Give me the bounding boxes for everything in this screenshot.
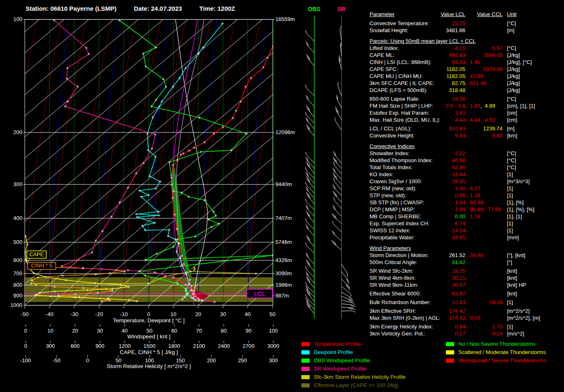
profile-legend-item: Sfc-3km Storm Relative Helicity Profile (301, 373, 406, 381)
isohume-line (149, 19, 167, 305)
legend-label: No / Non Severe Thunderstorms (458, 340, 536, 348)
table-section-header: Convective Indices (370, 143, 564, 150)
dewpoint-profile (136, 24, 223, 301)
pressure-label: 900 (13, 293, 22, 299)
table-row: CINH | LSI (LCL: 868mB):69.33, 1.41[J/kg… (370, 59, 564, 66)
row-unit: [km] (507, 132, 517, 139)
wind-barb (341, 264, 347, 273)
adiabat-line (223, 19, 260, 305)
value-lcl: 261.52 (370, 252, 465, 259)
height-label: 12096m (275, 129, 295, 135)
wind-barb-feather (306, 117, 307, 121)
wind-barb-feather (306, 218, 307, 222)
sr-barbs (332, 26, 355, 312)
pressure-label: 600 (13, 257, 22, 263)
row-unit: [knt] (507, 274, 517, 281)
wind-barb-feather (306, 294, 307, 298)
legend-label: OBS Windspeed Profile (314, 357, 370, 365)
adiabat-line (74, 19, 111, 305)
isotherm-line (0, 19, 14, 305)
value-lcl: 34.55 (370, 234, 465, 241)
wind-barb-feather (347, 273, 348, 277)
isotherm-line (0, 19, 163, 305)
table-row: 3km Effective SRH:174.42[m^2/s^2] (370, 307, 564, 314)
wind-barb-feather (333, 168, 334, 172)
axis-tick-label: 0 (24, 328, 27, 334)
row-unit: [°C] (507, 20, 516, 27)
wind-barb-feather (334, 178, 334, 182)
pressure-label: 1000 (10, 302, 22, 308)
height-label: 9440m (275, 181, 292, 187)
parameter-table: Parameter Value LCL Value CCL Unit Conve… (370, 11, 564, 337)
table-row: STP (new, old):0.66, 1.28[1] (370, 192, 564, 199)
value-ccl: 1.73 (370, 323, 502, 330)
cinh-5-label-box: CINH * 5 (28, 262, 56, 269)
wind-barb (338, 86, 341, 96)
wind-barb-feather (334, 151, 334, 155)
wind-barb-feather (306, 30, 307, 33)
value-lcl: 52.80 (370, 164, 465, 171)
windspeed-axis: 0102030405060708090100Windspeed [ knt ] (24, 324, 277, 340)
axis-tick-label: -10 (120, 311, 128, 317)
pressure-label: 300 (13, 181, 22, 187)
axis-tick-label: 100 (269, 328, 278, 334)
row-unit: [°C] (507, 150, 516, 157)
wind-barb-feather (352, 308, 355, 309)
value-lcl: 36.47 (370, 281, 465, 288)
wind-barb-feather (307, 105, 308, 109)
table-row: Max 3km SRH (0-2km) | AGL:174.42, 0.00[m… (370, 314, 564, 321)
row-unit: [1] (507, 323, 513, 330)
pressure-label: 100 (13, 16, 22, 22)
table-row: SR Wind 4km-6km:30.21[knt] (370, 274, 564, 281)
value-ccl: 1239.74 (370, 125, 502, 132)
severity-legend-item: No / Non Severe Thunderstorms (446, 340, 546, 348)
wind-barb-feather (333, 157, 334, 161)
value-extra: , 0.00 (465, 314, 480, 321)
cape-axis: 03006009001200150018002100240027003000CA… (24, 341, 279, 355)
wind-barb-feather (349, 287, 350, 290)
axis-tick-label: 30 (97, 328, 103, 334)
value-ccl: 0.24 (370, 330, 502, 337)
height-label: 5746m (275, 239, 292, 245)
value-extra: , 47.99 (465, 73, 483, 80)
obs-barbs (306, 30, 314, 314)
wind-barb-feather (306, 242, 307, 246)
axis-tick-label: 0 (147, 311, 150, 317)
station-label: Station: 06610 Payerne (LSMP) (26, 5, 116, 12)
axis-tick-label: 10 (47, 328, 53, 334)
row-unit: [°], [knt] (507, 252, 525, 259)
table-row: Max. Hail Size (OLD, MU, IL):4.44, 4.44,… (370, 116, 564, 123)
value-lcl: 1.59 (370, 206, 465, 213)
legend-swatch-icon (301, 359, 310, 363)
axis-tick-label: 60 (171, 328, 177, 334)
wind-barb-feather (307, 124, 308, 128)
wind-barb-feather (306, 172, 307, 175)
km3-marker: 3 (193, 266, 196, 272)
legend-swatch-icon (301, 383, 310, 387)
wind-barb-feather (307, 211, 308, 215)
table-row: CAPE ML:862.831586.05[J/kg] (370, 52, 564, 59)
wind-barb-feather (333, 191, 334, 194)
table-row: Precipitable Water:34.55[mm] (370, 234, 564, 241)
row-unit: [1] (507, 299, 513, 306)
wind-barb (341, 286, 350, 293)
chart-title: Station: 06610 Payerne (LSMP)Date: 24.07… (26, 5, 252, 12)
time-label: Time: 1200Z (199, 5, 235, 12)
wind-barb (334, 224, 341, 232)
isohume-line (297, 19, 316, 305)
wind-barb-feather (306, 298, 307, 302)
wind-barb (307, 88, 314, 96)
wind-barb-feather (307, 176, 308, 180)
axis-title: CAPE, CINH * 5 [ J/kg ] (120, 349, 178, 355)
value-lcl: 18.75 (370, 267, 465, 274)
table-row: SCP RM (new, old):3.40, 4.27[1] (370, 185, 564, 192)
isotherm-line (25, 19, 361, 305)
axis-tick-label: 50 (116, 357, 121, 364)
row-unit: [J/kg] (507, 66, 520, 73)
table-row: SR Wind 9km-11km:36.47[knt] HP (370, 281, 564, 288)
wind-barb (335, 121, 341, 130)
value-extra: , 83.84 (465, 199, 483, 206)
table-row: SWISS 12 Index:-14.54[1] (370, 227, 564, 234)
wind-barb-feather (340, 26, 341, 30)
wind-barb-feather (307, 192, 308, 196)
